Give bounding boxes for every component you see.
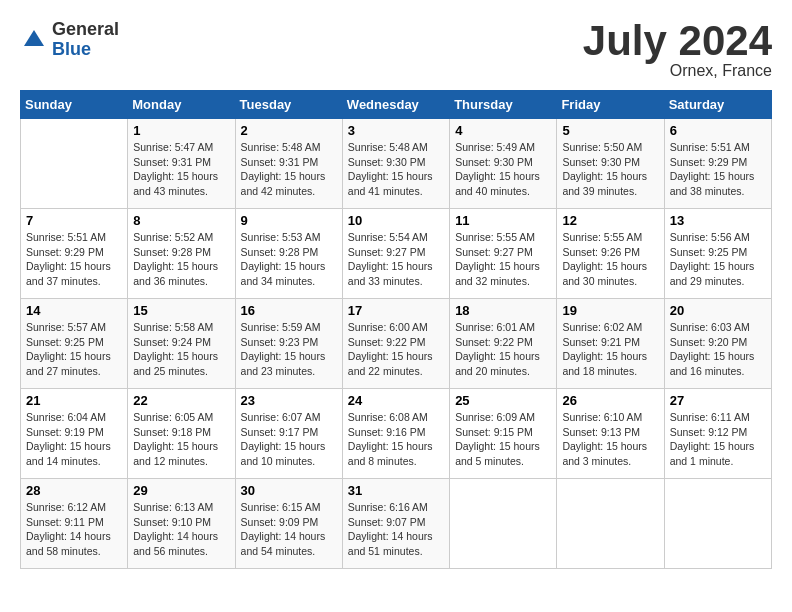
- day-info: Sunrise: 5:58 AMSunset: 9:24 PMDaylight:…: [133, 320, 229, 379]
- day-number: 16: [241, 303, 337, 318]
- day-info: Sunrise: 6:09 AMSunset: 9:15 PMDaylight:…: [455, 410, 551, 469]
- day-info: Sunrise: 5:48 AMSunset: 9:31 PMDaylight:…: [241, 140, 337, 199]
- calendar-cell: 29Sunrise: 6:13 AMSunset: 9:10 PMDayligh…: [128, 479, 235, 569]
- day-number: 4: [455, 123, 551, 138]
- calendar-cell: [450, 479, 557, 569]
- day-info: Sunrise: 5:57 AMSunset: 9:25 PMDaylight:…: [26, 320, 122, 379]
- calendar-cell: 4Sunrise: 5:49 AMSunset: 9:30 PMDaylight…: [450, 119, 557, 209]
- calendar-cell: 23Sunrise: 6:07 AMSunset: 9:17 PMDayligh…: [235, 389, 342, 479]
- day-number: 21: [26, 393, 122, 408]
- day-info: Sunrise: 6:05 AMSunset: 9:18 PMDaylight:…: [133, 410, 229, 469]
- calendar-cell: 5Sunrise: 5:50 AMSunset: 9:30 PMDaylight…: [557, 119, 664, 209]
- calendar-cell: 7Sunrise: 5:51 AMSunset: 9:29 PMDaylight…: [21, 209, 128, 299]
- header-row: SundayMondayTuesdayWednesdayThursdayFrid…: [21, 91, 772, 119]
- day-info: Sunrise: 5:47 AMSunset: 9:31 PMDaylight:…: [133, 140, 229, 199]
- logo-blue: Blue: [52, 40, 119, 60]
- week-row-1: 7Sunrise: 5:51 AMSunset: 9:29 PMDaylight…: [21, 209, 772, 299]
- calendar-cell: [557, 479, 664, 569]
- day-info: Sunrise: 6:13 AMSunset: 9:10 PMDaylight:…: [133, 500, 229, 559]
- header-monday: Monday: [128, 91, 235, 119]
- header-saturday: Saturday: [664, 91, 771, 119]
- day-info: Sunrise: 5:51 AMSunset: 9:29 PMDaylight:…: [670, 140, 766, 199]
- day-number: 2: [241, 123, 337, 138]
- day-number: 10: [348, 213, 444, 228]
- day-info: Sunrise: 6:15 AMSunset: 9:09 PMDaylight:…: [241, 500, 337, 559]
- calendar-cell: 6Sunrise: 5:51 AMSunset: 9:29 PMDaylight…: [664, 119, 771, 209]
- calendar-cell: 31Sunrise: 6:16 AMSunset: 9:07 PMDayligh…: [342, 479, 449, 569]
- calendar-cell: 24Sunrise: 6:08 AMSunset: 9:16 PMDayligh…: [342, 389, 449, 479]
- calendar-cell: 22Sunrise: 6:05 AMSunset: 9:18 PMDayligh…: [128, 389, 235, 479]
- day-number: 23: [241, 393, 337, 408]
- day-number: 27: [670, 393, 766, 408]
- calendar-table: SundayMondayTuesdayWednesdayThursdayFrid…: [20, 90, 772, 569]
- day-info: Sunrise: 6:16 AMSunset: 9:07 PMDaylight:…: [348, 500, 444, 559]
- day-info: Sunrise: 5:49 AMSunset: 9:30 PMDaylight:…: [455, 140, 551, 199]
- day-number: 24: [348, 393, 444, 408]
- subtitle: Ornex, France: [583, 62, 772, 80]
- calendar-cell: 19Sunrise: 6:02 AMSunset: 9:21 PMDayligh…: [557, 299, 664, 389]
- week-row-0: 1Sunrise: 5:47 AMSunset: 9:31 PMDaylight…: [21, 119, 772, 209]
- day-number: 30: [241, 483, 337, 498]
- calendar-cell: 8Sunrise: 5:52 AMSunset: 9:28 PMDaylight…: [128, 209, 235, 299]
- day-info: Sunrise: 6:10 AMSunset: 9:13 PMDaylight:…: [562, 410, 658, 469]
- day-number: 26: [562, 393, 658, 408]
- day-number: 19: [562, 303, 658, 318]
- calendar-cell: 12Sunrise: 5:55 AMSunset: 9:26 PMDayligh…: [557, 209, 664, 299]
- day-number: 11: [455, 213, 551, 228]
- header-wednesday: Wednesday: [342, 91, 449, 119]
- day-number: 5: [562, 123, 658, 138]
- header-sunday: Sunday: [21, 91, 128, 119]
- calendar-cell: 21Sunrise: 6:04 AMSunset: 9:19 PMDayligh…: [21, 389, 128, 479]
- day-number: 1: [133, 123, 229, 138]
- header-thursday: Thursday: [450, 91, 557, 119]
- logo: General Blue: [20, 20, 119, 60]
- day-info: Sunrise: 5:59 AMSunset: 9:23 PMDaylight:…: [241, 320, 337, 379]
- calendar-cell: 26Sunrise: 6:10 AMSunset: 9:13 PMDayligh…: [557, 389, 664, 479]
- day-info: Sunrise: 5:56 AMSunset: 9:25 PMDaylight:…: [670, 230, 766, 289]
- day-number: 25: [455, 393, 551, 408]
- day-number: 15: [133, 303, 229, 318]
- main-title: July 2024: [583, 20, 772, 62]
- calendar-cell: 16Sunrise: 5:59 AMSunset: 9:23 PMDayligh…: [235, 299, 342, 389]
- day-info: Sunrise: 5:51 AMSunset: 9:29 PMDaylight:…: [26, 230, 122, 289]
- day-info: Sunrise: 6:03 AMSunset: 9:20 PMDaylight:…: [670, 320, 766, 379]
- day-info: Sunrise: 6:00 AMSunset: 9:22 PMDaylight:…: [348, 320, 444, 379]
- day-info: Sunrise: 5:55 AMSunset: 9:27 PMDaylight:…: [455, 230, 551, 289]
- title-block: July 2024 Ornex, France: [583, 20, 772, 80]
- day-info: Sunrise: 5:48 AMSunset: 9:30 PMDaylight:…: [348, 140, 444, 199]
- day-info: Sunrise: 6:11 AMSunset: 9:12 PMDaylight:…: [670, 410, 766, 469]
- calendar-header: SundayMondayTuesdayWednesdayThursdayFrid…: [21, 91, 772, 119]
- calendar-cell: 15Sunrise: 5:58 AMSunset: 9:24 PMDayligh…: [128, 299, 235, 389]
- calendar-cell: 10Sunrise: 5:54 AMSunset: 9:27 PMDayligh…: [342, 209, 449, 299]
- day-info: Sunrise: 5:50 AMSunset: 9:30 PMDaylight:…: [562, 140, 658, 199]
- day-info: Sunrise: 6:04 AMSunset: 9:19 PMDaylight:…: [26, 410, 122, 469]
- day-number: 8: [133, 213, 229, 228]
- calendar-cell: 27Sunrise: 6:11 AMSunset: 9:12 PMDayligh…: [664, 389, 771, 479]
- svg-marker-0: [24, 30, 44, 46]
- day-number: 6: [670, 123, 766, 138]
- logo-icon: [20, 26, 48, 54]
- calendar-cell: 11Sunrise: 5:55 AMSunset: 9:27 PMDayligh…: [450, 209, 557, 299]
- day-info: Sunrise: 6:07 AMSunset: 9:17 PMDaylight:…: [241, 410, 337, 469]
- day-info: Sunrise: 6:02 AMSunset: 9:21 PMDaylight:…: [562, 320, 658, 379]
- day-number: 22: [133, 393, 229, 408]
- calendar-cell: 13Sunrise: 5:56 AMSunset: 9:25 PMDayligh…: [664, 209, 771, 299]
- calendar-cell: 28Sunrise: 6:12 AMSunset: 9:11 PMDayligh…: [21, 479, 128, 569]
- day-number: 18: [455, 303, 551, 318]
- logo-text: General Blue: [52, 20, 119, 60]
- day-info: Sunrise: 5:54 AMSunset: 9:27 PMDaylight:…: [348, 230, 444, 289]
- day-number: 20: [670, 303, 766, 318]
- calendar-cell: 18Sunrise: 6:01 AMSunset: 9:22 PMDayligh…: [450, 299, 557, 389]
- day-info: Sunrise: 5:52 AMSunset: 9:28 PMDaylight:…: [133, 230, 229, 289]
- calendar-cell: 9Sunrise: 5:53 AMSunset: 9:28 PMDaylight…: [235, 209, 342, 299]
- day-number: 12: [562, 213, 658, 228]
- day-info: Sunrise: 6:01 AMSunset: 9:22 PMDaylight:…: [455, 320, 551, 379]
- calendar-cell: 25Sunrise: 6:09 AMSunset: 9:15 PMDayligh…: [450, 389, 557, 479]
- header-friday: Friday: [557, 91, 664, 119]
- header-tuesday: Tuesday: [235, 91, 342, 119]
- day-number: 28: [26, 483, 122, 498]
- day-number: 13: [670, 213, 766, 228]
- week-row-2: 14Sunrise: 5:57 AMSunset: 9:25 PMDayligh…: [21, 299, 772, 389]
- calendar-cell: 1Sunrise: 5:47 AMSunset: 9:31 PMDaylight…: [128, 119, 235, 209]
- day-number: 3: [348, 123, 444, 138]
